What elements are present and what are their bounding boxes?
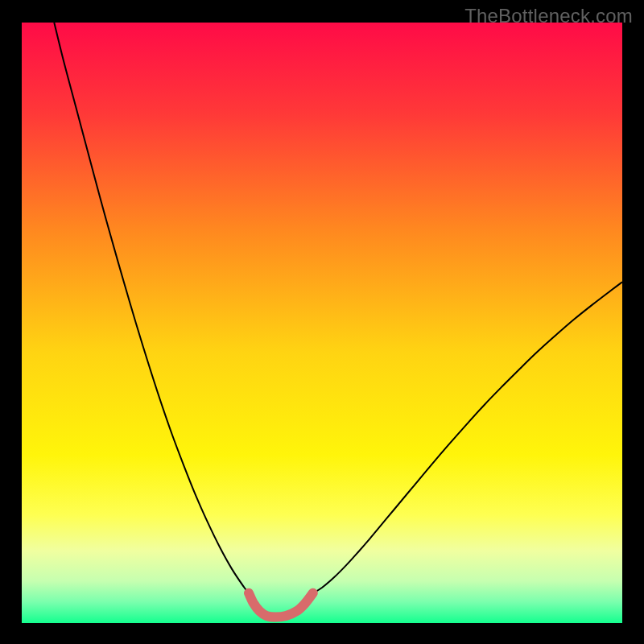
- chart-svg: [22, 23, 622, 623]
- chart-stage: TheBottleneck.com: [0, 0, 644, 644]
- watermark-label: TheBottleneck.com: [464, 5, 633, 27]
- chart-plot: [22, 23, 622, 623]
- chart-background: [22, 23, 622, 623]
